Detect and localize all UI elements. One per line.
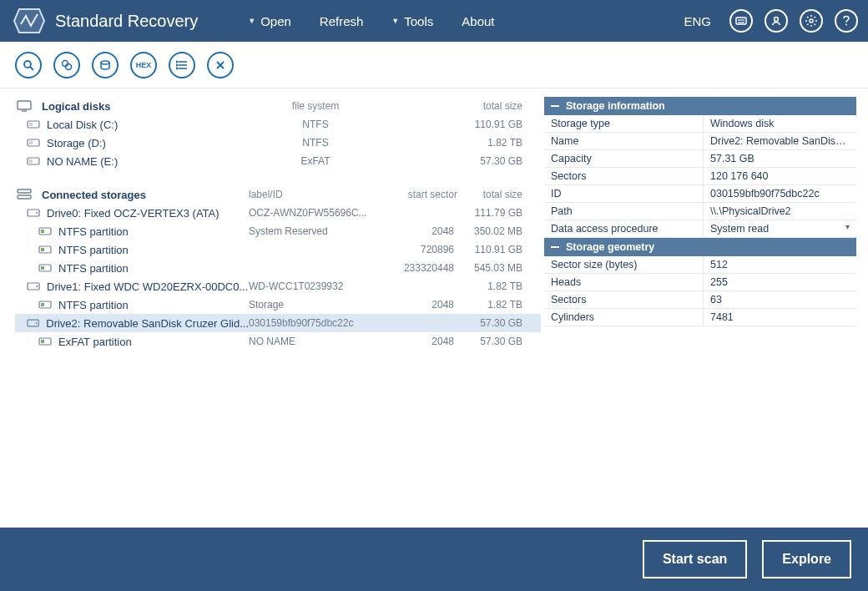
- logical-disk-row[interactable]: Storage (D:)NTFS1.82 TB: [15, 134, 541, 152]
- language-selector[interactable]: ENG: [684, 14, 711, 28]
- col-totalsize: total size: [457, 100, 532, 112]
- device-tree: Logical disks file system total size Loc…: [0, 88, 541, 528]
- info-value: 57.31 GB: [703, 150, 856, 167]
- raid-tool[interactable]: [53, 52, 80, 78]
- drive-row[interactable]: Drive0: Fixed OCZ-VERTEX3 (ATA)OCZ-AWNZ0…: [15, 204, 541, 222]
- disk-name: Storage (D:): [47, 137, 106, 149]
- partition-row[interactable]: NTFS partitionStorage20481.82 TB: [15, 296, 541, 314]
- panel-title: Storage information: [566, 100, 665, 112]
- menu-about[interactable]: About: [462, 14, 494, 28]
- chevron-down-icon: ▼: [248, 17, 255, 25]
- license-button[interactable]: [729, 9, 753, 33]
- partition-name: NTFS partition: [58, 244, 129, 256]
- user-button[interactable]: [765, 9, 788, 33]
- search-tool[interactable]: [15, 52, 42, 78]
- toolbar: HEX: [0, 42, 868, 88]
- title-bar: Standard Recovery ▼ Open Refresh ▼ Tools…: [0, 0, 868, 42]
- disk-name: NO NAME (E:): [47, 155, 118, 168]
- partition-label: Storage: [249, 299, 382, 311]
- svg-rect-31: [29, 123, 33, 126]
- info-row: Capacity57.31 GB: [544, 150, 856, 168]
- drive-row[interactable]: Drive1: Fixed WDC WD20EZRX-00DC0...WD-WC…: [15, 277, 541, 296]
- drive-icon: [27, 281, 40, 291]
- info-row[interactable]: Data access procedureSystem read: [544, 220, 856, 238]
- info-value: 63: [703, 291, 856, 308]
- explore-button[interactable]: Explore: [762, 540, 851, 578]
- start-scan-button[interactable]: Start scan: [643, 540, 747, 578]
- svg-rect-49: [41, 303, 44, 306]
- disk-fs: ExFAT: [249, 155, 382, 167]
- info-row: Sector size (bytes)512: [544, 256, 856, 274]
- partition-row[interactable]: NTFS partition233320448545.03 MB: [15, 259, 541, 277]
- svg-point-39: [36, 212, 38, 214]
- disk-icon: [38, 226, 52, 236]
- svg-point-51: [35, 322, 37, 324]
- app-logo: [10, 4, 48, 38]
- partition-row[interactable]: NTFS partitionSystem Reserved2048350.02 …: [15, 222, 541, 240]
- main-menu: ▼ Open Refresh ▼ Tools About: [248, 14, 494, 28]
- disk-size: 1.82 TB: [457, 137, 532, 149]
- svg-point-23: [176, 61, 178, 63]
- svg-rect-41: [41, 230, 44, 233]
- drive-name: Drive2: Removable SanDisk Cruzer Glid...: [46, 317, 249, 330]
- storage-icon: [15, 189, 33, 200]
- list-tool[interactable]: [169, 52, 195, 78]
- info-value: 120 176 640: [703, 168, 856, 184]
- disk-size: 57.30 GB: [457, 155, 532, 167]
- col-size: total size: [457, 189, 532, 200]
- svg-rect-33: [29, 141, 33, 144]
- title-right: ENG: [684, 9, 858, 33]
- logical-disk-row[interactable]: NO NAME (E:)ExFAT57.30 GB: [15, 152, 541, 170]
- drive-size: 1.82 TB: [457, 280, 532, 292]
- close-tool[interactable]: [207, 52, 234, 78]
- svg-point-15: [24, 61, 31, 68]
- menu-open[interactable]: ▼ Open: [248, 14, 291, 28]
- drive-size: 111.79 GB: [457, 207, 532, 219]
- drive-icon: [27, 208, 40, 218]
- disk-fs: NTFS: [249, 137, 382, 149]
- partition-size: 1.82 TB: [457, 299, 532, 311]
- disk-icon: [38, 300, 52, 310]
- section-title-label: Logical disks: [42, 100, 110, 113]
- drive-row[interactable]: Drive2: Removable SanDisk Cruzer Glid...…: [15, 314, 541, 332]
- menu-refresh[interactable]: Refresh: [320, 14, 364, 28]
- partition-size: 110.91 GB: [457, 244, 532, 255]
- info-value: \\.\PhysicalDrive2: [703, 203, 856, 220]
- svg-point-19: [101, 61, 109, 64]
- drive-size: 57.30 GB: [457, 317, 532, 329]
- col-label: label/ID: [249, 189, 382, 200]
- section-connected-storages: Connected storages label/ID start sector…: [15, 185, 541, 204]
- info-value: 255: [703, 274, 856, 290]
- settings-button[interactable]: [800, 9, 823, 33]
- partition-start: 2048: [382, 225, 457, 237]
- drive-label: 030159bfb90f75dbc22c: [249, 317, 382, 329]
- info-row: Heads255: [544, 274, 856, 291]
- svg-line-13: [815, 17, 816, 18]
- partition-start: 2048: [382, 336, 457, 347]
- info-key: Sectors: [544, 291, 703, 308]
- menu-tools[interactable]: ▼ Tools: [391, 14, 433, 28]
- logical-disk-row[interactable]: Local Disk (C:)NTFS110.91 GB: [15, 115, 541, 134]
- partition-name: ExFAT partition: [58, 336, 132, 348]
- svg-point-14: [845, 24, 847, 26]
- drive-label: WD-WCC1T0239932: [249, 280, 382, 292]
- disk-name: Local Disk (C:): [47, 119, 118, 131]
- partition-row[interactable]: NTFS partition720896110.91 GB: [15, 240, 541, 259]
- image-tool[interactable]: [92, 52, 119, 78]
- drive-label: OCZ-AWNZ0FW55696C...: [249, 207, 382, 219]
- svg-rect-1: [736, 18, 746, 24]
- svg-point-5: [810, 19, 813, 23]
- svg-rect-37: [18, 195, 31, 199]
- info-key: Name: [544, 133, 703, 149]
- svg-rect-35: [29, 159, 33, 163]
- info-row: NameDrive2: Removable SanDisk Cruzer Gli…: [544, 133, 856, 150]
- panel-header-geometry[interactable]: Storage geometry: [544, 238, 856, 256]
- info-key: Capacity: [544, 150, 703, 167]
- partition-row[interactable]: ExFAT partitionNO NAME204857.30 GB: [15, 332, 541, 351]
- col-start: start sector: [382, 189, 457, 200]
- panel-header-info[interactable]: Storage information: [544, 97, 856, 115]
- hex-tool[interactable]: HEX: [130, 52, 157, 78]
- disk-icon: [27, 138, 40, 148]
- help-button[interactable]: [835, 9, 858, 33]
- svg-rect-53: [41, 340, 44, 343]
